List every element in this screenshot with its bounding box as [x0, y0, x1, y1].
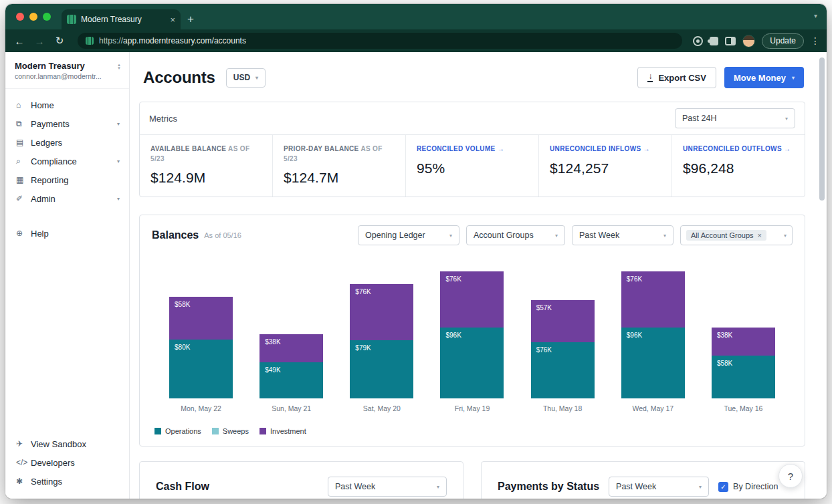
- scrollbar-thumb[interactable]: [819, 57, 825, 201]
- metric-label-link[interactable]: RECONCILED VOLUME →: [417, 144, 528, 154]
- metric-label-link[interactable]: UNRECONCILED INFLOWS →: [550, 144, 661, 154]
- bar-segment-investment[interactable]: $38K: [712, 328, 775, 356]
- balances-as-of: As of 05/16: [204, 231, 241, 239]
- grouping-select[interactable]: Account Groups ▾: [466, 225, 565, 245]
- side-panel-icon[interactable]: [725, 37, 736, 45]
- sidebar-item-home[interactable]: ⌂ Home: [5, 96, 129, 114]
- chevron-down-icon: ▾: [699, 484, 702, 490]
- chevron-down-icon: ▾: [449, 233, 452, 239]
- close-tab-icon[interactable]: ×: [170, 15, 175, 25]
- bar-segment-operations[interactable]: $49K: [259, 362, 323, 398]
- payments-by-status-header: Payments by Status Past Week ▾ ✓ By Dire…: [498, 477, 789, 497]
- metric-value: $124,257: [550, 160, 661, 176]
- url-text: https://app.moderntreasury.com/accounts: [99, 36, 246, 45]
- balances-time-range-select[interactable]: Past Week ▾: [572, 225, 673, 245]
- browser-tab[interactable]: Modern Treasury ×: [62, 9, 181, 29]
- legend-swatch: [212, 428, 219, 434]
- balance-metric-value: Opening Ledger: [365, 231, 425, 240]
- help-fab-button[interactable]: ?: [778, 464, 803, 488]
- org-switcher-caret-icon[interactable]: ▲▼: [117, 61, 121, 70]
- scrollbar[interactable]: [819, 56, 825, 484]
- chevron-down-icon: ▾: [784, 233, 787, 239]
- sandbox-icon: ✈: [16, 439, 31, 449]
- legend-item-investment: Investment: [259, 427, 306, 435]
- browser-menu-icon[interactable]: ⋮: [811, 35, 820, 46]
- sidebar-item-developers[interactable]: </> Developers: [5, 453, 129, 472]
- metrics-body: AVAILABLE BALANCE AS OF 5/23 $124.9M PRI…: [140, 135, 805, 197]
- bar-value-label: $49K: [265, 366, 280, 374]
- bar-segment-operations[interactable]: $96K: [621, 328, 685, 398]
- reporting-icon: ▦: [16, 175, 31, 184]
- export-csv-button[interactable]: ↓ Export CSV: [637, 67, 716, 88]
- chevron-down-icon: ▾: [792, 75, 795, 81]
- metric-unreconciled-inflows: UNRECONCILED INFLOWS → $124,257: [538, 135, 671, 197]
- sidebar-item-ledgers[interactable]: ▤ Ledgers: [5, 133, 129, 152]
- sidebar-item-compliance[interactable]: ⌕ Compliance ▾: [5, 152, 129, 170]
- bar-group: $76K$96KFri, May 19: [427, 265, 517, 414]
- back-icon[interactable]: ←: [12, 35, 27, 47]
- bar-segment-operations[interactable]: $96K: [440, 328, 504, 398]
- bar-segment-investment[interactable]: $38K: [259, 334, 323, 362]
- by-direction-toggle[interactable]: ✓ By Direction: [718, 482, 778, 492]
- cash-flow-time-range-select[interactable]: Past Week ▾: [328, 477, 447, 497]
- tab-search-chevron-icon[interactable]: ▾: [814, 12, 817, 19]
- zoom-window-button[interactable]: [43, 13, 51, 21]
- legend-label: Sweeps: [223, 427, 249, 435]
- sidebar-item-admin[interactable]: ✐ Admin ▾: [5, 189, 129, 208]
- stacked-bar: $76K$96K: [440, 271, 504, 398]
- balance-metric-select[interactable]: Opening Ledger ▾: [358, 225, 459, 245]
- extensions-puzzle-icon[interactable]: [710, 37, 718, 45]
- bar-segment-investment[interactable]: $76K: [350, 284, 413, 340]
- move-money-label: Move Money: [734, 73, 786, 83]
- currency-select[interactable]: USD ▾: [226, 68, 266, 88]
- reload-icon[interactable]: ↻: [52, 35, 67, 47]
- chevron-down-icon: ▾: [555, 233, 558, 239]
- org-switcher[interactable]: Modern Treasury connor.lanman@moderntr..…: [5, 52, 129, 89]
- minimize-window-button[interactable]: [29, 13, 37, 21]
- bar-segment-operations[interactable]: $79K: [350, 340, 413, 398]
- remove-tag-icon[interactable]: ×: [758, 231, 762, 239]
- account-groups-filter[interactable]: All Account Groups × ▾: [680, 225, 793, 245]
- bar-segment-investment[interactable]: $57K: [531, 300, 595, 342]
- sidebar-item-payments[interactable]: ⧉ Payments ▾: [5, 114, 129, 133]
- metrics-header: Metrics Past 24H ▾: [140, 102, 805, 135]
- close-window-button[interactable]: [16, 13, 24, 21]
- sidebar-item-reporting[interactable]: ▦ Reporting: [5, 170, 129, 189]
- bar-segment-investment[interactable]: $76K: [621, 271, 685, 328]
- sidebar-item-settings[interactable]: ✱ Settings: [5, 472, 129, 491]
- chevron-down-icon: ▾: [255, 75, 258, 81]
- profile-avatar[interactable]: [742, 35, 755, 47]
- bar-segment-investment[interactable]: $58K: [169, 297, 233, 340]
- address-bar[interactable]: https://app.moderntreasury.com/accounts: [78, 33, 682, 49]
- bar-segment-operations[interactable]: $80K: [169, 340, 233, 398]
- help-icon: ⊕: [16, 229, 31, 238]
- bar-segment-operations[interactable]: $58K: [712, 356, 775, 398]
- new-tab-button[interactable]: +: [187, 13, 194, 26]
- bar-segment-investment[interactable]: $76K: [440, 271, 504, 328]
- sidebar-item-help[interactable]: ⊕ Help: [5, 224, 129, 243]
- sidebar-item-label: Ledgers: [31, 138, 120, 148]
- metric-unreconciled-outflows: UNRECONCILED OUTFLOWS → $96,248: [671, 135, 805, 197]
- cash-flow-header: Cash Flow Past Week ▾: [156, 477, 447, 497]
- sidebar-item-label: Admin: [31, 194, 117, 204]
- extension-globe-icon[interactable]: [693, 36, 703, 46]
- org-email: connor.lanman@moderntr...: [15, 72, 113, 80]
- bar-segment-operations[interactable]: $76K: [531, 342, 595, 398]
- sidebar-item-view-sandbox[interactable]: ✈ View Sandbox: [5, 434, 129, 453]
- metric-label-text: PRIOR-DAY BALANCE: [284, 145, 359, 152]
- moderntreasury-favicon: [67, 15, 76, 24]
- payments-time-range-value: Past Week: [616, 482, 656, 491]
- chevron-down-icon: ▾: [785, 116, 788, 122]
- forward-icon[interactable]: →: [32, 35, 47, 47]
- update-button[interactable]: Update: [762, 33, 804, 49]
- payments-by-status-card: Payments by Status Past Week ▾ ✓ By Dire…: [481, 461, 805, 499]
- payments-time-range-select[interactable]: Past Week ▾: [609, 477, 709, 497]
- chevron-down-icon: ▾: [117, 196, 120, 202]
- browser-tabstrip: Modern Treasury × + ▾: [5, 4, 827, 29]
- by-direction-checkbox[interactable]: ✓: [718, 482, 728, 492]
- metrics-time-range-select[interactable]: Past 24H ▾: [675, 108, 795, 128]
- metric-label-link[interactable]: UNRECONCILED OUTFLOWS →: [683, 144, 794, 154]
- move-money-button[interactable]: Move Money ▾: [724, 67, 804, 88]
- stacked-bar: $57K$76K: [531, 300, 595, 398]
- account-groups-tag[interactable]: All Account Groups ×: [686, 230, 766, 241]
